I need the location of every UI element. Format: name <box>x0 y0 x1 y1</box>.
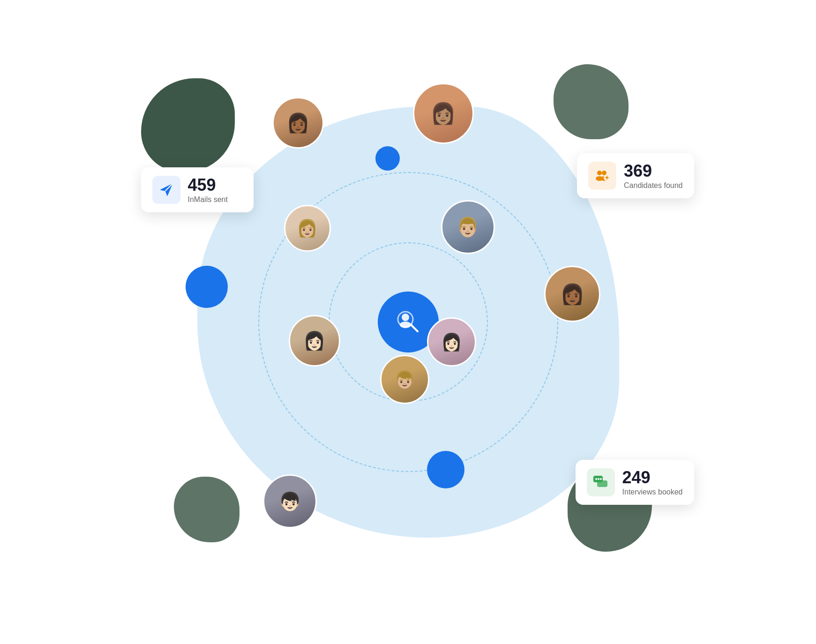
send-icon <box>159 182 174 197</box>
avatar-9: 👩🏻 <box>427 317 476 367</box>
inmails-card: 459 InMails sent <box>141 167 254 212</box>
svg-point-0 <box>402 314 409 321</box>
inmails-label: InMails sent <box>188 195 228 204</box>
chat-icon <box>592 474 609 491</box>
svg-point-4 <box>410 323 412 326</box>
bg-blob-top-right <box>554 64 629 139</box>
interviews-number: 249 <box>622 468 683 487</box>
inmails-text: 459 InMails sent <box>188 176 228 204</box>
interviews-label: Interviews booked <box>622 488 683 496</box>
main-scene: 👩🏾 👩🏽 👩🏼 👨🏼 👩🏾 👩🏻 👦🏼 👦🏻 👩🏻 <box>150 64 666 580</box>
avatar-7: 👦🏼 <box>380 355 429 404</box>
interviews-text: 249 Interviews booked <box>622 468 683 496</box>
inmails-number: 459 <box>188 176 228 195</box>
avatar-4: 👨🏼 <box>441 200 495 254</box>
bg-blob-bottom-left <box>174 477 240 542</box>
people-icon <box>594 167 611 184</box>
candidates-label: Candidates found <box>624 181 682 190</box>
svg-rect-11 <box>597 480 607 487</box>
svg-point-13 <box>598 478 599 480</box>
candidates-text: 369 Candidates found <box>624 162 682 190</box>
candidates-card: 369 Candidates found <box>577 153 694 198</box>
avatar-6: 👩🏻 <box>289 315 340 367</box>
candidates-number: 369 <box>624 162 682 180</box>
avatar-1: 👩🏾 <box>272 97 324 149</box>
search-person-icon <box>394 308 422 336</box>
blue-dot-top <box>375 146 400 171</box>
blue-dot-left <box>186 266 228 308</box>
send-icon-wrap <box>152 176 180 204</box>
svg-point-14 <box>600 478 602 480</box>
chat-icon-wrap <box>587 468 615 496</box>
avatar-8: 👦🏻 <box>263 474 317 528</box>
avatar-2: 👩🏽 <box>413 83 474 144</box>
interviews-card: 249 Interviews booked <box>576 460 694 505</box>
avatar-5: 👩🏾 <box>544 266 600 322</box>
svg-point-12 <box>595 478 597 480</box>
blue-dot-bottom-right <box>427 451 464 488</box>
people-icon-wrap <box>588 162 616 190</box>
avatar-3: 👩🏼 <box>284 205 331 252</box>
svg-point-5 <box>597 171 602 175</box>
bg-blob-top-left <box>141 78 235 172</box>
